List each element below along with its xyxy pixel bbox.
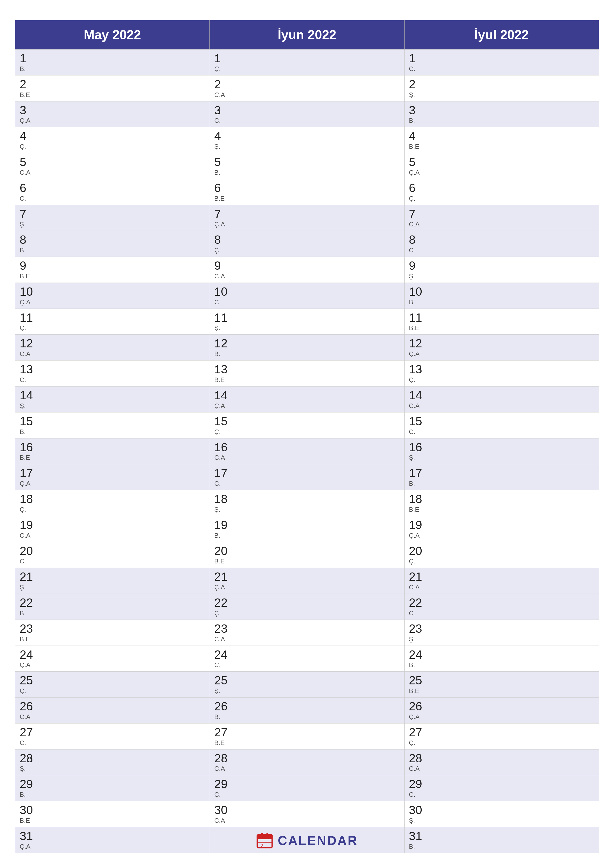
day-number: 19: [215, 519, 400, 532]
calendar-row: 29 B. 29 Ç. 29 C.: [15, 775, 599, 801]
day-cell: 14 Ş.: [15, 386, 210, 412]
day-cell: 5 Ç.A: [404, 153, 599, 179]
day-cell: 17 C.: [210, 464, 404, 490]
day-abbreviation: Ç.: [409, 739, 594, 747]
day-abbreviation: Ç.A: [20, 661, 205, 669]
day-abbreviation: B.E: [20, 454, 205, 462]
day-number: 17: [20, 467, 205, 480]
day-abbreviation: Ç.: [20, 687, 205, 695]
day-abbreviation: Ç.A: [20, 298, 205, 306]
calendar-row: 5 C.A 5 B. 5 Ç.A: [15, 153, 599, 179]
calendar-row: 8 B. 8 Ç. 8 C.: [15, 231, 599, 257]
day-cell: 17 Ç.A: [15, 464, 210, 490]
day-number: 20: [20, 545, 205, 558]
calendar-row: 19 C.A 19 B. 19 Ç.A: [15, 516, 599, 542]
logo-container: 7 CALENDAR: [256, 832, 358, 849]
day-abbreviation: Ş.: [20, 583, 205, 591]
day-abbreviation: Ş.: [215, 143, 400, 150]
day-abbreviation: C.A: [20, 713, 205, 721]
calendar-row: 15 B. 15 Ç. 15 C.: [15, 412, 599, 438]
calendar-logo-icon: 7: [256, 832, 273, 849]
day-number: 22: [20, 596, 205, 609]
day-cell: 7 Ç.A: [210, 205, 404, 231]
day-cell: 1 C.: [404, 49, 599, 75]
day-cell: 6 C.: [15, 179, 210, 205]
day-cell: 23 Ş.: [404, 620, 599, 646]
day-number: 26: [20, 700, 205, 713]
day-number: 6: [215, 181, 400, 195]
day-abbreviation: B.E: [20, 273, 205, 280]
day-abbreviation: C.: [20, 376, 205, 384]
day-abbreviation: B.: [20, 791, 205, 798]
day-abbreviation: Ş.: [409, 273, 594, 280]
day-abbreviation: Ş.: [215, 324, 400, 332]
day-cell: 3 C.: [210, 101, 404, 127]
day-abbreviation: Ç.: [20, 143, 205, 150]
day-cell: 24 C.: [210, 646, 404, 671]
calendar-row: 22 B. 22 Ç. 22 C.: [15, 594, 599, 620]
day-cell: 11 Ç.: [15, 308, 210, 335]
calendar-row: 4 Ç. 4 Ş. 4 B.E: [15, 127, 599, 153]
day-number: 4: [20, 130, 205, 143]
day-cell: 25 B.E: [404, 671, 599, 698]
day-cell: 16 Ş.: [404, 438, 599, 464]
day-cell: 23 C.A: [210, 620, 404, 646]
day-cell: 10 Ç.A: [15, 282, 210, 308]
day-abbreviation: Ş.: [409, 91, 594, 99]
day-abbreviation: C.A: [20, 169, 205, 177]
day-cell: 13 B.E: [210, 361, 404, 386]
day-cell: 29 B.: [15, 775, 210, 801]
day-number: 13: [215, 363, 400, 376]
day-abbreviation: C.A: [20, 532, 205, 539]
day-number: 8: [215, 233, 400, 246]
day-number: 23: [409, 622, 594, 636]
day-number: 6: [409, 181, 594, 195]
day-abbreviation: C.A: [215, 273, 400, 280]
calendar-row: 25 Ç. 25 Ş. 25 B.E: [15, 671, 599, 698]
day-abbreviation: C.: [215, 117, 400, 124]
day-number: 10: [215, 285, 400, 298]
day-cell: 28 C.A: [404, 749, 599, 775]
day-number: 4: [409, 130, 594, 143]
day-cell: 6 Ç.: [404, 179, 599, 205]
day-cell: 15 B.: [15, 412, 210, 438]
day-number: 1: [409, 52, 594, 65]
day-number: 29: [20, 778, 205, 791]
day-abbreviation: Ç.: [409, 558, 594, 565]
calendar-row: 26 C.A 26 B. 26 Ç.A: [15, 698, 599, 724]
day-number: 3: [409, 104, 594, 117]
header-row: May 2022 İyun 2022 İyul 2022: [15, 20, 599, 49]
calendar-row: 24 Ç.A 24 C. 24 B.: [15, 646, 599, 671]
calendar-row: 11 Ç. 11 Ş. 11 B.E: [15, 308, 599, 335]
day-cell: 14 C.A: [404, 386, 599, 412]
day-number: 21: [409, 570, 594, 583]
day-abbreviation: C.A: [20, 350, 205, 358]
day-cell: 27 B.E: [210, 723, 404, 749]
day-number: 1: [20, 52, 205, 65]
day-number: 15: [409, 415, 594, 428]
day-abbreviation: C.: [409, 609, 594, 617]
day-abbreviation: Ç.: [215, 428, 400, 436]
day-number: 31: [20, 830, 205, 843]
calendar-row: 2 B.E 2 C.A 2 Ş.: [15, 75, 599, 101]
month-header-may: May 2022: [15, 20, 210, 49]
day-number: 30: [20, 804, 205, 817]
calendar-row: 17 Ç.A 17 C. 17 B.: [15, 464, 599, 490]
day-abbreviation: C.: [20, 558, 205, 565]
day-abbreviation: Ç.: [20, 506, 205, 513]
day-abbreviation: Ç.A: [215, 220, 400, 228]
day-number: 8: [20, 233, 205, 246]
day-cell: 2 Ş.: [404, 75, 599, 101]
day-number: 17: [409, 467, 594, 480]
day-cell: 21 Ç.A: [210, 568, 404, 594]
day-cell: 10 C.: [210, 282, 404, 308]
day-number: 5: [215, 156, 400, 169]
day-abbreviation: B.E: [215, 195, 400, 202]
day-abbreviation: C.A: [215, 817, 400, 825]
day-abbreviation: Ç.A: [215, 402, 400, 410]
calendar-row: 14 Ş. 14 Ç.A 14 C.A: [15, 386, 599, 412]
day-abbreviation: B.E: [215, 558, 400, 565]
day-abbreviation: B.E: [215, 376, 400, 384]
day-cell: 9 B.E: [15, 257, 210, 283]
day-cell: 18 B.E: [404, 490, 599, 516]
